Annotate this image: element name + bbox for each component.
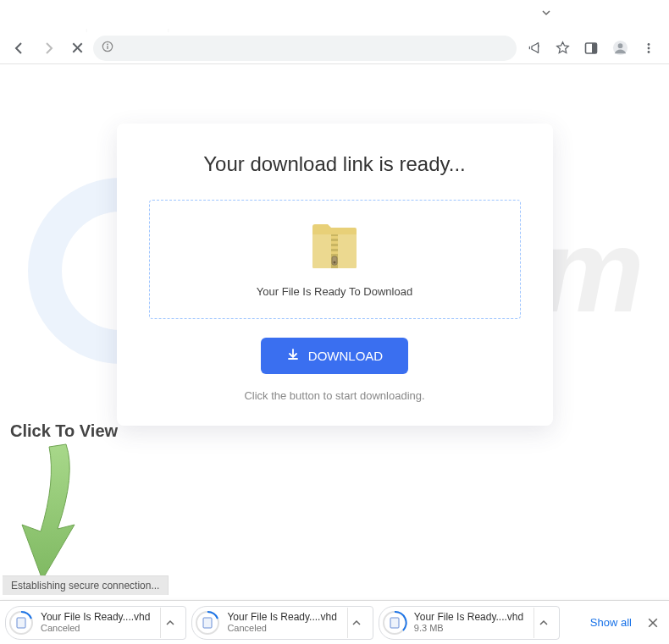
tab-search-button[interactable] — [540, 7, 552, 22]
zip-folder-icon — [158, 224, 511, 273]
svg-rect-22 — [331, 241, 338, 244]
svg-rect-24 — [331, 251, 338, 254]
svg-point-19 — [648, 51, 650, 53]
download-progress-icon — [195, 610, 220, 636]
browser-toolbar — [0, 32, 669, 64]
page-content: Your download link is ready... Your File… — [0, 64, 669, 564]
download-progress-icon — [382, 610, 407, 636]
file-ready-text: Your File Is Ready To Download — [158, 285, 511, 298]
profile-icon[interactable] — [606, 35, 633, 62]
svg-point-18 — [648, 47, 650, 49]
download-status: Canceled — [41, 623, 150, 634]
svg-rect-30 — [203, 618, 212, 628]
download-item[interactable]: Your File Is Ready....vhd Canceled — [191, 606, 373, 640]
svg-rect-21 — [331, 236, 338, 239]
click-to-view-label: Click To View — [10, 421, 118, 441]
forward-button[interactable] — [36, 36, 61, 61]
svg-rect-14 — [592, 43, 597, 53]
download-item[interactable]: Your File Is Ready....vhd Canceled — [5, 606, 186, 640]
svg-rect-28 — [17, 618, 25, 628]
download-progress-icon — [8, 610, 34, 636]
close-shelf-button[interactable] — [642, 612, 664, 634]
status-bar: Establishing secure connection... — [3, 575, 169, 595]
svg-point-16 — [617, 43, 622, 48]
address-bar[interactable] — [93, 36, 517, 61]
side-panel-icon[interactable] — [578, 35, 605, 62]
share-icon[interactable] — [520, 35, 547, 62]
download-status: 9.3 MB — [414, 623, 523, 634]
download-card: Your download link is ready... Your File… — [117, 124, 553, 426]
site-info-icon[interactable] — [102, 41, 113, 55]
svg-point-26 — [334, 261, 336, 264]
download-shelf: Your File Is Ready....vhd Canceled Your … — [0, 600, 669, 644]
download-button-label: DOWNLOAD — [308, 349, 383, 363]
chevron-up-icon[interactable] — [347, 608, 366, 638]
arrow-down-icon — [15, 440, 91, 587]
svg-point-17 — [648, 43, 650, 46]
svg-rect-11 — [107, 46, 108, 49]
svg-rect-23 — [331, 246, 338, 249]
chevron-up-icon[interactable] — [534, 608, 552, 638]
download-name: Your File Is Ready....vhd — [41, 611, 150, 623]
download-item[interactable]: Your File Is Ready....vhd 9.3 MB — [379, 606, 560, 640]
download-status: Canceled — [227, 623, 336, 634]
hint-text: Click the button to start downloading. — [149, 389, 521, 402]
back-button[interactable] — [7, 36, 32, 61]
page-heading: Your download link is ready... — [149, 152, 521, 176]
download-icon — [286, 348, 300, 364]
menu-icon[interactable] — [635, 35, 662, 62]
download-name: Your File Is Ready....vhd — [414, 611, 523, 623]
file-preview-box: Your File Is Ready To Download — [149, 200, 521, 319]
stop-reload-button[interactable] — [64, 36, 90, 61]
bookmark-icon[interactable] — [549, 35, 576, 62]
svg-point-12 — [107, 44, 108, 46]
show-all-link[interactable]: Show all — [590, 616, 632, 629]
chevron-up-icon[interactable] — [160, 608, 179, 638]
click-to-view-overlay: Click To View — [10, 421, 118, 441]
download-button[interactable]: DOWNLOAD — [261, 338, 408, 374]
download-name: Your File Is Ready....vhd — [227, 611, 336, 623]
svg-rect-32 — [390, 618, 399, 628]
